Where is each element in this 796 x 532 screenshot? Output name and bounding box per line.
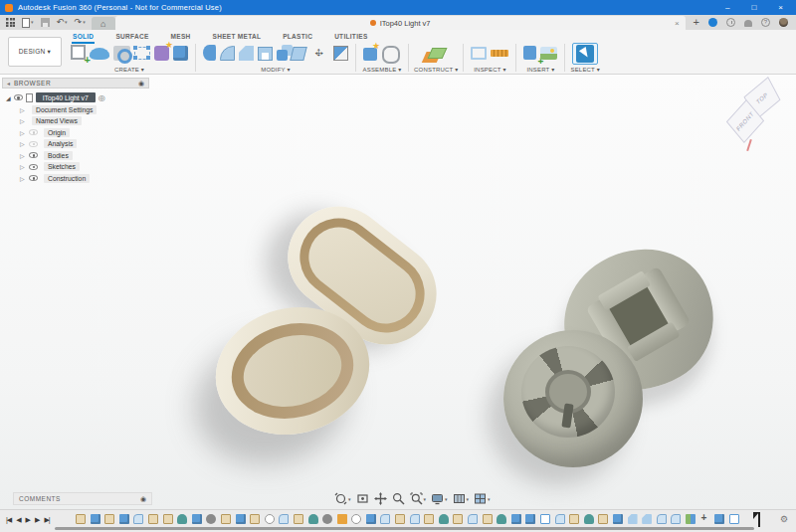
tab-close-button[interactable]: × bbox=[675, 19, 680, 28]
root-component-label[interactable]: ITop40 Light v7 bbox=[36, 92, 96, 102]
timeline-feature-icon[interactable] bbox=[133, 514, 143, 524]
go-to-end-button[interactable]: ▶| bbox=[44, 514, 49, 526]
select-tool-icon[interactable] bbox=[576, 45, 594, 63]
create-form-icon[interactable] bbox=[90, 48, 109, 60]
timeline-feature-icon[interactable] bbox=[265, 514, 275, 524]
timeline-feature-icon[interactable] bbox=[700, 514, 710, 524]
user-avatar[interactable] bbox=[779, 18, 788, 27]
save-button[interactable] bbox=[41, 18, 50, 27]
timeline-feature-icon[interactable] bbox=[410, 514, 420, 524]
comments-bar[interactable]: COMMENTS ◉ bbox=[13, 492, 152, 505]
timeline-settings-gear-icon[interactable]: ⚙ bbox=[780, 514, 788, 524]
browser-root-row[interactable]: ◢ ITop40 Light v7 ◎ bbox=[6, 92, 149, 102]
timeline-feature-icon[interactable] bbox=[714, 514, 724, 524]
timeline-feature-icon[interactable] bbox=[686, 514, 696, 524]
document-tab[interactable]: ITop40 Light v7 × bbox=[115, 16, 686, 30]
viewports-button[interactable]: ▾ bbox=[474, 492, 491, 505]
timeline-feature-icon[interactable] bbox=[628, 514, 638, 524]
canvas-icon[interactable] bbox=[540, 47, 557, 60]
browser-item-label[interactable]: Document Settings bbox=[32, 105, 97, 114]
fit-button[interactable]: ▾ bbox=[410, 492, 427, 505]
timeline-feature-icon[interactable] bbox=[525, 514, 535, 524]
timeline-feature-icon[interactable] bbox=[497, 514, 506, 524]
browser-tree-row[interactable]: ▷ Analysis bbox=[20, 139, 149, 149]
visibility-eye-icon[interactable] bbox=[14, 94, 23, 100]
browser-item-label[interactable]: Construction bbox=[44, 174, 90, 183]
timeline-feature-icon[interactable] bbox=[322, 514, 332, 524]
timeline-feature-icon[interactable] bbox=[483, 514, 493, 524]
browser-options-icon[interactable]: ◉ bbox=[138, 80, 144, 88]
grid-settings-button[interactable]: ▾ bbox=[453, 492, 470, 505]
timeline-feature-icon[interactable] bbox=[380, 514, 390, 524]
disc-slotted-hub[interactable] bbox=[521, 346, 615, 438]
move-copy-icon[interactable] bbox=[309, 43, 329, 63]
minimize-button[interactable]: – bbox=[725, 0, 729, 15]
timeline-position-marker[interactable] bbox=[758, 512, 760, 527]
timeline-feature-icon[interactable] bbox=[294, 514, 303, 524]
browser-item-label[interactable]: Sketches bbox=[44, 162, 80, 171]
timeline-feature-icon[interactable] bbox=[671, 514, 681, 524]
timeline-feature-icon[interactable] bbox=[221, 514, 231, 524]
browser-item-label[interactable]: Analysis bbox=[44, 139, 77, 148]
orbit-button[interactable]: ▾ bbox=[334, 492, 351, 505]
timeline-feature-icon[interactable] bbox=[192, 514, 202, 524]
create-sketch-icon[interactable] bbox=[71, 45, 86, 60]
expand-arrow-icon[interactable]: ▷ bbox=[20, 140, 26, 147]
create-group-label[interactable]: CREATE ▾ bbox=[114, 66, 144, 73]
timeline-feature-icon[interactable] bbox=[569, 514, 579, 524]
browser-tree-row[interactable]: ▷ Origin bbox=[20, 127, 149, 137]
timeline-feature-icon[interactable] bbox=[308, 514, 318, 524]
visibility-eye-icon[interactable] bbox=[29, 141, 38, 147]
ribbon-tab[interactable]: SHEET METAL bbox=[212, 30, 263, 44]
recent-activity-icon[interactable] bbox=[726, 18, 735, 27]
timeline-feature-icon[interactable] bbox=[613, 514, 623, 524]
timeline-feature-icon[interactable] bbox=[163, 514, 173, 524]
new-component-icon[interactable] bbox=[363, 48, 377, 61]
timeline-feature-icon[interactable] bbox=[250, 514, 260, 524]
browser-item-label[interactable]: Bodies bbox=[44, 151, 73, 160]
timeline-feature-icon[interactable] bbox=[148, 514, 158, 524]
construct-group-label[interactable]: CONSTRUCT ▾ bbox=[414, 66, 458, 73]
redo-button[interactable]: ↷▾ bbox=[75, 16, 86, 29]
new-tab-button[interactable]: + bbox=[694, 16, 699, 29]
modify-group-label[interactable]: MODIFY ▾ bbox=[261, 66, 291, 73]
view-cube[interactable]: TOP FRONT bbox=[722, 82, 794, 153]
create-paste-icon[interactable] bbox=[154, 46, 169, 61]
display-settings-button[interactable]: ▾ bbox=[431, 492, 448, 505]
measure-icon[interactable] bbox=[471, 47, 487, 60]
browser-header[interactable]: ◂ BROWSER ◉ bbox=[2, 78, 149, 89]
timeline-feature-icon[interactable] bbox=[468, 514, 478, 524]
activate-component-radio[interactable]: ◎ bbox=[99, 93, 105, 102]
joint-icon[interactable] bbox=[381, 43, 401, 63]
expand-arrow-icon[interactable]: ▷ bbox=[20, 129, 26, 136]
browser-tree-row[interactable]: ▷ Sketches bbox=[20, 162, 149, 172]
look-at-button[interactable] bbox=[356, 492, 369, 505]
create-derive-icon[interactable] bbox=[134, 47, 150, 60]
collapse-panel-icon[interactable]: ◂ bbox=[7, 80, 10, 87]
timeline-feature-icon[interactable] bbox=[642, 514, 652, 524]
timeline-feature-icon[interactable] bbox=[177, 514, 187, 524]
split-body-icon[interactable] bbox=[333, 46, 348, 61]
browser-item-label[interactable]: Named Views bbox=[32, 116, 82, 125]
chamfer-icon[interactable] bbox=[239, 46, 254, 61]
ribbon-tab[interactable]: SOLID bbox=[72, 30, 95, 44]
timeline-feature-icon[interactable] bbox=[279, 514, 289, 524]
timeline-feature-icon[interactable] bbox=[729, 514, 739, 524]
timeline-feature-icon[interactable] bbox=[351, 514, 361, 524]
workspace-selector-button[interactable]: DESIGN ▾ bbox=[8, 37, 62, 67]
expand-arrow-icon[interactable]: ▷ bbox=[20, 117, 26, 124]
timeline-feature-icon[interactable] bbox=[540, 514, 550, 524]
shell-icon[interactable] bbox=[258, 47, 273, 61]
help-icon[interactable]: ? bbox=[761, 18, 770, 27]
insert-group-label[interactable]: INSERT ▾ bbox=[526, 66, 554, 73]
assemble-group-label[interactable]: ASSEMBLE ▾ bbox=[362, 66, 401, 73]
zoom-button[interactable] bbox=[392, 492, 405, 505]
ribbon-tab[interactable]: PLASTIC bbox=[282, 30, 313, 44]
visibility-eye-icon[interactable] bbox=[29, 175, 38, 181]
step-forward-button[interactable]: ▶ bbox=[35, 514, 39, 526]
timeline-scrollbar[interactable] bbox=[55, 527, 754, 530]
section-analysis-icon[interactable] bbox=[491, 50, 508, 57]
fillet-icon[interactable] bbox=[220, 46, 235, 61]
expand-arrow-icon[interactable]: ▷ bbox=[20, 163, 26, 170]
expand-arrow-icon[interactable]: ▷ bbox=[20, 152, 26, 159]
